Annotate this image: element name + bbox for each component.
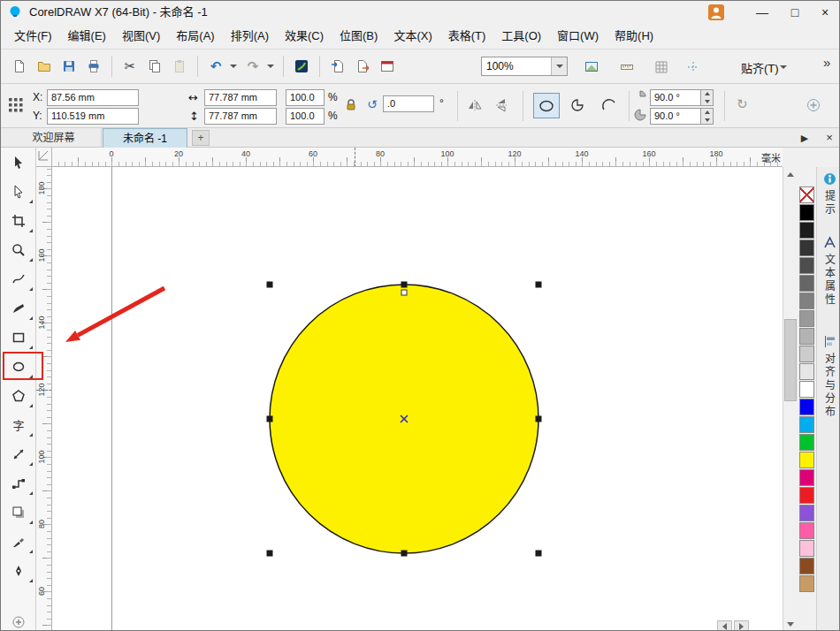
mirror-horizontal-icon[interactable]: [464, 95, 485, 115]
quick-customize-icon[interactable]: [804, 95, 823, 115]
end-angle-field[interactable]: 90.0 °: [650, 108, 701, 125]
color-swatch[interactable]: [799, 399, 814, 415]
horizontal-ruler[interactable]: 0 20 40 60 80 100 120 140 160 180 毫米: [52, 148, 783, 167]
lock-ratio-icon[interactable]: [342, 95, 360, 115]
text-tool[interactable]: 字: [1, 410, 35, 439]
ruler-origin-corner[interactable]: [36, 148, 52, 167]
color-swatch[interactable]: [799, 328, 814, 345]
zoom-dropdown-button[interactable]: [551, 57, 567, 75]
cut-icon[interactable]: ✂: [118, 55, 141, 78]
toolbar-overflow-button[interactable]: »: [823, 55, 830, 70]
menu-item-table[interactable]: 表格(T): [440, 24, 494, 49]
color-swatch[interactable]: [799, 522, 814, 539]
vertical-scrollbar[interactable]: [783, 167, 798, 631]
more-tools-button[interactable]: [1, 607, 35, 631]
color-swatch[interactable]: [799, 487, 814, 504]
menu-item-edit[interactable]: 编辑(E): [60, 24, 114, 49]
color-swatch[interactable]: [799, 540, 814, 557]
color-swatch[interactable]: [799, 558, 814, 574]
connector-tool[interactable]: [1, 468, 35, 498]
selection-handle-bottom-right[interactable]: [536, 551, 542, 557]
menu-item-view[interactable]: 视图(V): [114, 24, 168, 49]
pie-mode-button[interactable]: [565, 93, 590, 117]
zoom-level-combobox[interactable]: 100%: [481, 57, 568, 76]
export-button[interactable]: [351, 55, 374, 78]
shape-tool[interactable]: [1, 177, 35, 206]
scale-vertical-field[interactable]: 100.0: [286, 108, 325, 125]
scroll-down-icon[interactable]: [783, 617, 798, 631]
undo-dropdown-icon[interactable]: [230, 65, 237, 68]
color-swatch[interactable]: [799, 363, 814, 380]
polygon-tool[interactable]: [1, 381, 35, 410]
docker-tab-hints[interactable]: 提示: [817, 172, 840, 217]
menu-item-arrange[interactable]: 排列(A): [223, 24, 277, 49]
new-document-button[interactable]: [8, 55, 31, 78]
vertical-scrollbar-thumb[interactable]: [784, 319, 797, 401]
copy-button[interactable]: [143, 55, 166, 78]
snap-to-button[interactable]: 贴齐(T): [737, 57, 793, 78]
color-swatch[interactable]: [799, 381, 814, 398]
color-swatch[interactable]: [799, 416, 814, 433]
drop-shadow-tool[interactable]: [1, 498, 35, 527]
publish-pdf-button[interactable]: [376, 55, 399, 78]
import-button[interactable]: [326, 55, 349, 78]
color-swatch[interactable]: [799, 275, 814, 292]
menu-item-tools[interactable]: 工具(O): [493, 24, 549, 49]
selection-handle-bottom-left[interactable]: [267, 551, 273, 557]
object-height-field[interactable]: 77.787 mm: [204, 108, 277, 125]
color-swatch[interactable]: [799, 469, 814, 486]
artistic-media-tool[interactable]: [1, 293, 35, 323]
tab-scroll-right-icon[interactable]: ▶: [797, 128, 813, 148]
print-button[interactable]: [82, 55, 105, 78]
crop-tool[interactable]: [1, 206, 35, 235]
start-angle-spinner[interactable]: [701, 89, 714, 106]
undo-icon[interactable]: ↶: [204, 55, 227, 78]
menu-item-layout[interactable]: 布局(A): [168, 24, 222, 49]
end-angle-spinner[interactable]: [701, 108, 714, 125]
show-rulers-button[interactable]: [615, 56, 638, 79]
menu-item-help[interactable]: 帮助(H): [607, 24, 661, 49]
color-swatch[interactable]: [799, 346, 814, 362]
selection-handle-top-center[interactable]: [401, 282, 408, 288]
scroll-left-icon[interactable]: [717, 620, 732, 631]
freehand-tool[interactable]: [1, 264, 35, 293]
show-grid-button[interactable]: [650, 56, 673, 79]
tab-untitled-document[interactable]: 未命名 -1: [103, 128, 187, 148]
menu-item-text[interactable]: 文本(X): [386, 24, 439, 49]
drawing-canvas[interactable]: [52, 167, 783, 631]
redo-icon[interactable]: ↷: [241, 55, 264, 78]
scroll-up-icon[interactable]: [783, 167, 798, 182]
redo-dropdown-icon[interactable]: [267, 65, 274, 68]
scale-horizontal-field[interactable]: 100.0: [286, 89, 325, 106]
eyedropper-tool[interactable]: [1, 527, 35, 556]
object-width-field[interactable]: 77.787 mm: [204, 89, 277, 106]
open-button[interactable]: [33, 55, 56, 78]
scroll-right-icon[interactable]: [734, 620, 749, 631]
color-swatch[interactable]: [799, 434, 814, 451]
save-button[interactable]: [57, 55, 80, 78]
selection-handle-top-left[interactable]: [267, 282, 273, 288]
show-guidelines-button[interactable]: [682, 56, 705, 79]
menu-item-window[interactable]: 窗口(W): [549, 24, 607, 49]
color-swatch[interactable]: [799, 239, 814, 256]
dimension-tool[interactable]: [1, 439, 35, 468]
full-screen-preview-button[interactable]: [580, 56, 603, 79]
paste-button[interactable]: [168, 55, 191, 78]
selection-handle-middle-right[interactable]: [536, 416, 542, 422]
tab-welcome-screen[interactable]: 欢迎屏幕: [6, 128, 102, 148]
color-swatch[interactable]: [799, 310, 814, 327]
color-swatch[interactable]: [799, 575, 814, 592]
color-swatch[interactable]: [799, 222, 814, 239]
pick-tool[interactable]: [1, 148, 35, 177]
start-angle-field[interactable]: 90.0 °: [650, 89, 701, 106]
change-direction-icon[interactable]: ↻: [737, 96, 748, 113]
x-position-field[interactable]: 87.56 mm: [47, 89, 139, 106]
menu-item-effects[interactable]: 效果(C): [277, 24, 332, 49]
zoom-tool[interactable]: [1, 235, 35, 264]
color-swatch[interactable]: [799, 257, 814, 274]
rotation-angle-field[interactable]: .0: [383, 95, 434, 112]
new-document-tab-button[interactable]: +: [192, 130, 210, 146]
maximize-button[interactable]: □: [781, 3, 809, 22]
color-swatch[interactable]: [799, 452, 814, 468]
arc-mode-button[interactable]: [597, 93, 622, 117]
